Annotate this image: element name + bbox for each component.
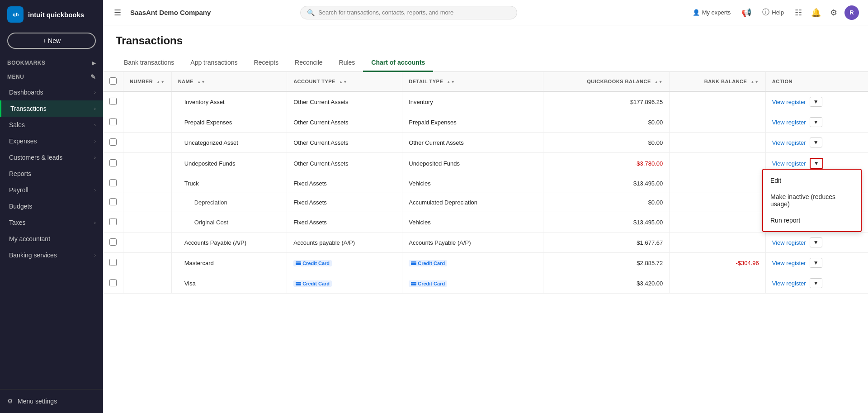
sidebar-item-my-accountant[interactable]: My accountant xyxy=(0,231,103,247)
credit-card-icon: Credit Card xyxy=(293,260,332,266)
row-number xyxy=(123,273,172,294)
search-input[interactable] xyxy=(318,9,510,16)
bell-icon[interactable]: 🔔 xyxy=(809,6,823,19)
sidebar-item-banking-services[interactable]: Banking services › xyxy=(0,247,103,263)
dropdown-item-edit[interactable]: Edit xyxy=(763,172,861,189)
sidebar-item-dashboards[interactable]: Dashboards › xyxy=(0,84,103,100)
view-register-button[interactable]: View register xyxy=(772,99,806,105)
select-all-checkbox[interactable] xyxy=(109,77,117,85)
row-checkbox[interactable] xyxy=(109,259,117,266)
hamburger-button[interactable]: ☰ xyxy=(112,6,123,19)
sidebar-item-label: Taxes xyxy=(9,219,26,226)
table-row: Depreciation Fixed Assets Accumulated De… xyxy=(103,193,868,212)
tab-reconcile[interactable]: Reconcile xyxy=(287,54,330,72)
table-body: Inventory Asset Other Current Assets Inv… xyxy=(103,91,868,294)
view-register-button[interactable]: View register xyxy=(772,139,806,146)
sidebar-item-budgets[interactable]: Budgets xyxy=(0,198,103,214)
row-qb-balance: $2,885.72 xyxy=(543,253,670,273)
action-dropdown-button[interactable]: ▼ xyxy=(810,258,822,268)
view-register-button[interactable]: View register xyxy=(772,260,806,266)
sidebar-item-expenses[interactable]: Expenses › xyxy=(0,133,103,149)
row-detail-type: Inventory xyxy=(402,91,543,112)
row-account-type: Credit Card xyxy=(287,253,402,273)
bookmarks-section-header[interactable]: BOOKMARKS ▶ xyxy=(0,56,103,70)
menu-settings-item[interactable]: ⚙ Menu settings xyxy=(0,393,103,409)
new-button[interactable]: + New xyxy=(7,33,96,49)
row-number xyxy=(123,112,172,133)
sidebar-item-payroll[interactable]: Payroll › xyxy=(0,182,103,198)
row-bank-balance xyxy=(670,153,766,174)
menu-section-header[interactable]: MENU ✎ xyxy=(0,70,103,84)
th-bank-balance[interactable]: BANK BALANCE ▲▼ xyxy=(670,72,766,91)
sidebar: qb intuit quickbooks + New BOOKMARKS ▶ M… xyxy=(0,0,103,413)
menu-edit-icon[interactable]: ✎ xyxy=(90,73,96,81)
search-bar[interactable]: 🔍 xyxy=(300,6,517,19)
accounts-table: NUMBER ▲▼ NAME ▲▼ ACCOUNT TYPE ▲▼ DETAIL… xyxy=(103,72,868,294)
action-dropdown-button[interactable]: ▼ xyxy=(810,158,823,169)
tab-app-transactions[interactable]: App transactions xyxy=(182,54,245,72)
action-dropdown-button[interactable]: ▼ xyxy=(810,138,822,147)
table-row: Inventory Asset Other Current Assets Inv… xyxy=(103,91,868,112)
sidebar-item-customers-leads[interactable]: Customers & leads › xyxy=(0,149,103,166)
app-name-label: intuit quickbooks xyxy=(28,11,84,19)
row-name: Visa xyxy=(171,273,287,294)
row-action: View register ▼ xyxy=(765,233,868,253)
row-number xyxy=(123,133,172,153)
tab-bank-transactions[interactable]: Bank transactions xyxy=(116,54,182,72)
sidebar-item-sales[interactable]: Sales › xyxy=(0,117,103,133)
action-dropdown-button[interactable]: ▼ xyxy=(810,278,822,288)
sidebar-item-reports[interactable]: Reports xyxy=(0,166,103,182)
row-checkbox-cell xyxy=(103,153,123,174)
tab-rules[interactable]: Rules xyxy=(331,54,363,72)
sidebar-item-taxes[interactable]: Taxes › xyxy=(0,214,103,231)
dropdown-item-make-inactive[interactable]: Make inactive (reduces usage) xyxy=(763,189,861,212)
action-dropdown-button[interactable]: ▼ xyxy=(810,117,822,127)
row-checkbox[interactable] xyxy=(109,238,117,246)
row-checkbox-cell xyxy=(103,193,123,212)
row-detail-type: Credit Card xyxy=(402,253,543,273)
tab-receipts[interactable]: Receipts xyxy=(246,54,287,72)
help-button[interactable]: ⓘ Help xyxy=(759,6,788,19)
apps-grid-icon[interactable]: ☷ xyxy=(793,6,804,19)
view-register-button[interactable]: View register xyxy=(772,119,806,126)
row-action: View register ▼ xyxy=(765,133,868,153)
row-checkbox[interactable] xyxy=(109,159,117,166)
view-register-button[interactable]: View register xyxy=(772,160,806,167)
settings-icon[interactable]: ⚙ xyxy=(828,6,839,19)
sidebar-item-label: Expenses xyxy=(9,138,37,145)
th-number[interactable]: NUMBER ▲▼ xyxy=(123,72,172,91)
row-bank-balance xyxy=(670,273,766,294)
th-qb-balance[interactable]: QUICKBOOKS BALANCE ▲▼ xyxy=(543,72,670,91)
row-checkbox[interactable] xyxy=(109,218,117,225)
person-icon: 👤 xyxy=(693,9,700,16)
row-checkbox[interactable] xyxy=(109,138,117,146)
row-name: Prepaid Expenses xyxy=(171,112,287,133)
row-checkbox[interactable] xyxy=(109,98,117,105)
view-register-button[interactable]: View register xyxy=(772,280,806,287)
th-name[interactable]: NAME ▲▼ xyxy=(171,72,287,91)
bookmarks-chevron-icon: ▶ xyxy=(92,61,96,66)
action-cell: View register ▼ xyxy=(772,138,862,147)
action-dropdown-button[interactable]: ▼ xyxy=(810,237,822,247)
row-checkbox[interactable] xyxy=(109,279,117,286)
dropdown-item-run-report[interactable]: Run report xyxy=(763,212,861,228)
row-checkbox[interactable] xyxy=(109,198,117,205)
table-row: Undeposited Funds Other Current Assets U… xyxy=(103,153,868,174)
th-account-type[interactable]: ACCOUNT TYPE ▲▼ xyxy=(287,72,402,91)
row-account-type: Other Current Assets xyxy=(287,153,402,174)
action-dropdown-button[interactable]: ▼ xyxy=(810,97,822,107)
menu-settings-label: Menu settings xyxy=(18,398,57,405)
row-checkbox[interactable] xyxy=(109,118,117,125)
tab-chart-of-accounts[interactable]: Chart of accounts xyxy=(363,54,433,72)
row-checkbox[interactable] xyxy=(109,179,117,186)
sidebar-item-transactions[interactable]: Transactions › xyxy=(0,100,103,117)
sidebar-item-label: Payroll xyxy=(9,186,28,194)
view-register-button[interactable]: View register xyxy=(772,239,806,246)
table-row: Truck Fixed Assets Vehicles $13,495.00 xyxy=(103,174,868,193)
th-detail-type[interactable]: DETAIL TYPE ▲▼ xyxy=(402,72,543,91)
user-avatar[interactable]: R xyxy=(844,5,859,20)
sidebar-logo: qb intuit quickbooks xyxy=(0,0,103,29)
my-experts-button[interactable]: 👤 My experts xyxy=(689,7,735,18)
row-name: Truck xyxy=(171,174,287,193)
megaphone-icon[interactable]: 📢 xyxy=(740,6,753,19)
